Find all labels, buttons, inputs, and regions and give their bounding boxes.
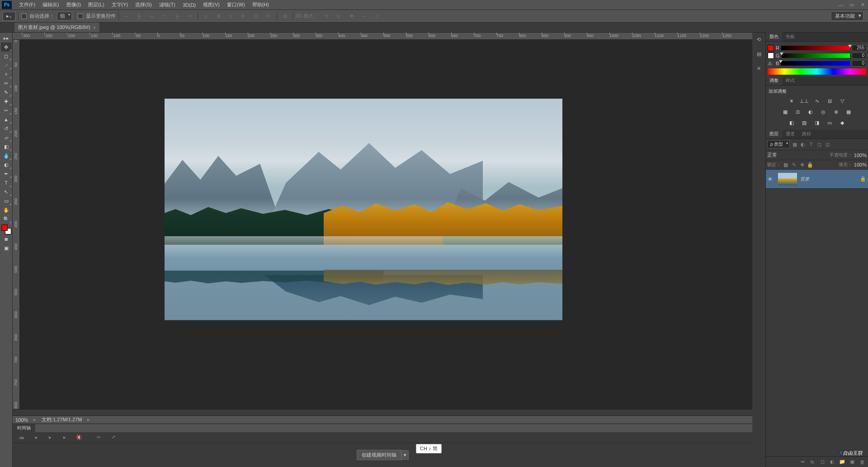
blur-tool[interactable]: 💧 xyxy=(1,151,12,160)
maximize-button[interactable]: ▭ xyxy=(846,0,857,10)
align-top-icon[interactable]: ⌐ xyxy=(122,12,132,21)
status-arrow-icon[interactable]: ▸ xyxy=(87,417,90,423)
history-brush-tool[interactable]: ↺ xyxy=(1,124,12,133)
selective-color-icon[interactable]: ◆ xyxy=(838,119,846,126)
visibility-icon[interactable]: 👁 xyxy=(768,176,775,182)
split-icon[interactable]: ✂ xyxy=(94,433,104,442)
align-left-icon[interactable]: ⊢ xyxy=(160,12,170,21)
workspace-dropdown[interactable]: 基本功能 xyxy=(831,11,863,21)
tab-styles[interactable]: 样式 xyxy=(782,76,798,85)
align-bottom-icon[interactable]: ⌙ xyxy=(147,12,157,21)
magic-wand-tool[interactable]: ✧ xyxy=(1,70,12,79)
character-icon[interactable]: ✕ xyxy=(755,64,764,72)
eyedropper-tool[interactable]: ✎ xyxy=(1,88,12,97)
posterize-icon[interactable]: ▨ xyxy=(800,119,808,126)
menu-select[interactable]: 选择(S) xyxy=(132,0,156,10)
type-tool[interactable]: T xyxy=(1,178,12,187)
menu-layer[interactable]: 图层(L) xyxy=(85,0,108,10)
zoom-level[interactable]: 100% xyxy=(15,417,28,423)
3d-orbit-icon[interactable]: ⟲ xyxy=(321,12,331,21)
layer-thumbnail[interactable] xyxy=(778,172,797,186)
show-transform-checkbox[interactable] xyxy=(78,14,83,19)
prev-frame-icon[interactable]: ◂ xyxy=(31,433,41,442)
new-group-icon[interactable]: 📁 xyxy=(839,459,845,465)
align-right-icon[interactable]: ⊣ xyxy=(185,12,195,21)
zoom-tool[interactable]: 🔍 xyxy=(1,214,12,224)
menu-3d[interactable]: 3D(D) xyxy=(179,0,199,10)
hand-tool[interactable]: ✋ xyxy=(1,205,12,214)
auto-align-icon[interactable]: ⊞ xyxy=(280,12,290,21)
dodge-tool[interactable]: ◐ xyxy=(1,160,12,169)
gradient-map-icon[interactable]: ▭ xyxy=(826,119,834,126)
fg-color-swatch[interactable] xyxy=(1,224,8,231)
menu-image[interactable]: 图像(I) xyxy=(63,0,85,10)
layer-fx-icon[interactable]: fx xyxy=(809,459,816,465)
align-vcenter-icon[interactable]: ╫ xyxy=(134,12,144,21)
crop-tool[interactable]: ✂ xyxy=(1,79,12,88)
properties-icon[interactable]: ▤ xyxy=(755,50,764,58)
next-frame-icon[interactable]: ▸ xyxy=(60,433,70,442)
menu-help[interactable]: 帮助(H) xyxy=(249,0,273,10)
tab-adjustments[interactable]: 调整 xyxy=(766,76,782,85)
distribute-right-icon[interactable]: ⊪ xyxy=(264,12,274,21)
scrollbar-horizontal[interactable] xyxy=(13,409,752,415)
shape-tool[interactable]: ▭ xyxy=(1,196,12,205)
3d-roll-icon[interactable]: ◎ xyxy=(334,12,344,21)
layer-item[interactable]: 👁 背景 🔒 xyxy=(766,170,868,189)
b-slider[interactable] xyxy=(781,61,850,66)
g-slider[interactable] xyxy=(782,53,850,58)
first-frame-icon[interactable]: ⏮ xyxy=(16,433,26,442)
lock-all-icon[interactable]: 🔒 xyxy=(807,162,813,168)
filter-smart-icon[interactable]: ⊡ xyxy=(824,141,830,148)
collapse-icon[interactable]: ▸▸ xyxy=(1,33,12,43)
opacity-value[interactable]: 100% xyxy=(854,152,867,158)
close-icon[interactable]: × xyxy=(93,25,96,30)
color-spectrum[interactable] xyxy=(768,68,866,75)
distribute-vcenter-icon[interactable]: ≣ xyxy=(213,12,223,21)
tab-swatches[interactable]: 色板 xyxy=(782,32,798,41)
fg-color-well[interactable] xyxy=(768,45,774,51)
stamp-tool[interactable]: ▲ xyxy=(1,115,12,124)
layer-filter-dropdown[interactable]: ρ 类型 xyxy=(767,140,790,148)
distribute-top-icon[interactable]: ≡ xyxy=(201,12,211,21)
filter-adjust-icon[interactable]: ◐ xyxy=(800,141,806,148)
vibrance-icon[interactable]: ▽ xyxy=(838,97,846,105)
bw-icon[interactable]: ◐ xyxy=(807,108,815,115)
move-tool[interactable]: ✥ xyxy=(1,43,12,52)
marquee-tool[interactable]: ◻ xyxy=(1,52,12,61)
auto-select-dropdown[interactable]: 组 xyxy=(57,12,72,20)
fill-value[interactable]: 100% xyxy=(854,162,867,167)
brush-tool[interactable]: ✏ xyxy=(1,106,12,115)
3d-pan-icon[interactable]: ✥ xyxy=(346,12,356,21)
menu-edit[interactable]: 编辑(E) xyxy=(39,0,63,10)
threshold-icon[interactable]: ◨ xyxy=(813,119,821,126)
history-icon[interactable]: ⟲ xyxy=(755,35,764,43)
r-slider[interactable] xyxy=(781,46,850,50)
gradient-tool[interactable]: ◧ xyxy=(1,142,12,151)
g-value[interactable]: 0 xyxy=(852,52,866,59)
color-swatches[interactable] xyxy=(1,224,11,234)
tool-preset[interactable]: ▸₊ xyxy=(3,12,15,21)
tab-color[interactable]: 颜色 xyxy=(766,32,782,41)
filter-shape-icon[interactable]: ◻ xyxy=(816,141,822,148)
tab-layers[interactable]: 图层 xyxy=(766,129,782,138)
menu-file[interactable]: 文件(F) xyxy=(15,0,39,10)
distribute-left-icon[interactable]: ⊪ xyxy=(239,12,249,21)
invert-icon[interactable]: ◧ xyxy=(788,119,796,126)
bg-color-well[interactable] xyxy=(768,52,774,59)
status-arrow-icon[interactable]: ▸ xyxy=(33,417,36,423)
timeline-tab[interactable]: 时间轴 xyxy=(13,424,35,432)
transition-icon[interactable]: ↗ xyxy=(108,433,118,442)
audio-icon[interactable]: 🔇 xyxy=(74,433,84,442)
b-value[interactable]: 0 xyxy=(852,60,866,67)
filter-pixel-icon[interactable]: ▦ xyxy=(792,141,798,148)
color-lookup-icon[interactable]: ▦ xyxy=(844,108,853,115)
align-hcenter-icon[interactable]: ╪ xyxy=(172,12,182,21)
play-icon[interactable]: ▸ xyxy=(45,433,55,442)
levels-icon[interactable]: ⊥⊥ xyxy=(800,97,808,105)
distribute-hcenter-icon[interactable]: ⊪ xyxy=(251,12,261,21)
menu-view[interactable]: 视图(V) xyxy=(199,0,223,10)
curves-icon[interactable]: ∿ xyxy=(813,97,821,105)
tab-channels[interactable]: 通道 xyxy=(782,129,798,138)
blend-mode-dropdown[interactable]: 正常 xyxy=(767,152,828,158)
